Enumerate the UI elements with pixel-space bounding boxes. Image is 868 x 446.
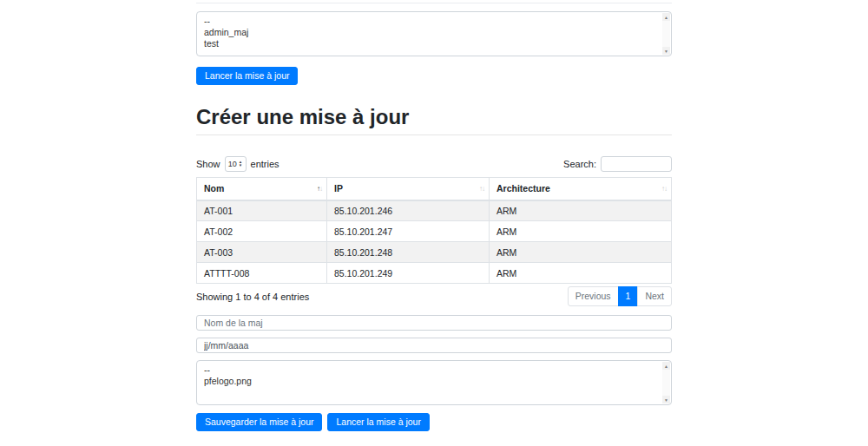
table-header-row: Nom IP Architecture — [197, 178, 672, 200]
scrollbar[interactable] — [662, 13, 670, 55]
entries-label: entries — [251, 159, 279, 169]
page-title: Créer une mise à jour — [196, 106, 672, 128]
page-size-value: 10 — [228, 160, 237, 168]
cell-ip: 85.10.201.249 — [327, 263, 490, 284]
update-date-input[interactable] — [196, 338, 672, 353]
search-label: Search: — [563, 159, 596, 169]
list-item[interactable]: test — [204, 38, 671, 49]
versions-listbox[interactable]: -- admin_maj test — [196, 11, 672, 56]
cell-nom: AT-003 — [197, 242, 327, 263]
table-row: AT-001 85.10.201.246 ARM — [197, 200, 672, 221]
cell-nom: AT-002 — [197, 221, 327, 242]
launch-update-button-2[interactable]: Lancer la mise à jour — [327, 413, 429, 431]
search-input[interactable] — [601, 156, 672, 172]
scroll-up-icon[interactable] — [662, 13, 670, 21]
table-row: AT-003 85.10.201.248 ARM — [197, 242, 672, 263]
scroll-up-icon[interactable] — [662, 362, 670, 370]
column-header-architecture[interactable]: Architecture — [490, 178, 672, 200]
pagination: Previous 1 Next — [568, 286, 672, 306]
show-label: Show — [196, 159, 220, 169]
column-label: Nom — [204, 183, 224, 193]
versions-options: -- admin_maj test — [197, 12, 671, 49]
sort-icon — [661, 185, 667, 193]
table-row: ATTTT-008 85.10.201.249 ARM — [197, 263, 672, 284]
page-size-select[interactable]: 10 — [225, 156, 247, 172]
pagination-previous[interactable]: Previous — [568, 286, 619, 306]
update-name-input[interactable] — [196, 315, 672, 331]
list-item[interactable]: pfelogo.png — [204, 376, 671, 387]
cell-architecture: ARM — [490, 221, 672, 242]
pagination-next[interactable]: Next — [637, 286, 672, 306]
cell-nom: AT-001 — [197, 200, 327, 221]
cell-ip: 85.10.201.247 — [327, 221, 490, 242]
title-divider — [196, 134, 672, 135]
list-item[interactable]: admin_maj — [204, 27, 671, 38]
list-item[interactable]: -- — [204, 364, 671, 376]
launch-update-button[interactable]: Lancer la mise à jour — [196, 67, 298, 85]
scroll-down-icon[interactable] — [662, 47, 670, 55]
sort-icon — [479, 185, 484, 193]
list-item[interactable]: -- — [204, 16, 671, 27]
pagination-page-1[interactable]: 1 — [618, 286, 639, 306]
cell-ip: 85.10.201.246 — [327, 200, 490, 221]
files-options: -- pfelogo.png — [197, 361, 671, 387]
cell-ip: 85.10.201.248 — [327, 242, 490, 263]
sort-icon — [317, 185, 322, 193]
cell-architecture: ARM — [490, 242, 672, 263]
select-spinner-icon — [239, 161, 242, 167]
devices-table: Nom IP Architecture AT-001 85.10.201.246… — [196, 177, 672, 284]
column-header-nom[interactable]: Nom — [197, 178, 327, 200]
entries-length-control: Show 10 entries — [196, 156, 279, 172]
table-info: Showing 1 to 4 of 4 entries — [196, 292, 309, 302]
scroll-down-icon[interactable] — [662, 396, 670, 403]
cell-architecture: ARM — [490, 263, 672, 284]
cell-nom: ATTTT-008 — [197, 263, 327, 284]
files-listbox[interactable]: -- pfelogo.png — [196, 360, 672, 405]
search-control: Search: — [563, 156, 672, 172]
table-row: AT-002 85.10.201.247 ARM — [197, 221, 672, 242]
cell-architecture: ARM — [490, 200, 672, 221]
main-content: -- admin_maj test Lancer la mise à jour … — [196, 3, 672, 431]
scrollbar[interactable] — [662, 362, 670, 403]
column-label: IP — [334, 183, 343, 193]
column-header-ip[interactable]: IP — [327, 178, 490, 200]
section-divider-top — [196, 3, 672, 3]
save-update-button[interactable]: Sauvegarder la mise à jour — [196, 413, 322, 431]
column-label: Architecture — [496, 183, 550, 193]
